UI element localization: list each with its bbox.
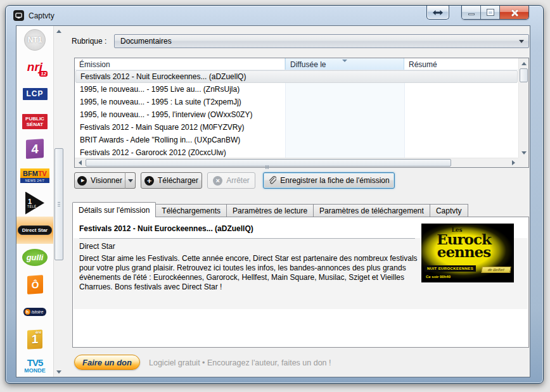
table-horizontal-scrollbar[interactable] bbox=[75, 158, 518, 167]
tv5monde-logo-icon: TV5MONDE bbox=[24, 359, 46, 374]
itele-logo-icon: 1 TÉLÉ bbox=[25, 192, 44, 215]
histoire-logo-icon: h istoire bbox=[23, 308, 47, 316]
rubrique-selected-value: Documentaires bbox=[120, 37, 172, 46]
thumb-banner: NUIT EUROCKEENNES bbox=[425, 265, 476, 272]
table-hscroll-thumb[interactable] bbox=[86, 159, 451, 167]
app-icon bbox=[13, 10, 24, 21]
table-vscroll-thumb[interactable] bbox=[520, 68, 528, 82]
table-row[interactable]: 1995, le nouveau... - 1995, l'interview … bbox=[75, 108, 518, 121]
tab-parametres-lecture[interactable]: Paramètres de lecture bbox=[227, 204, 314, 217]
telecharger-button[interactable]: + Télécharger bbox=[141, 172, 202, 189]
direct-star-logo-icon: Direct Star bbox=[18, 225, 52, 235]
minimize-button[interactable] bbox=[462, 6, 481, 19]
column-header-emission[interactable]: Émission bbox=[75, 58, 285, 70]
tab-details-emission[interactable]: Détails sur l'émission bbox=[72, 202, 156, 217]
table-row[interactable]: 1995, le nouveau... - 1995 : La suite (T… bbox=[75, 96, 518, 108]
window-title: Captvty bbox=[29, 11, 54, 20]
public-senat-logo-icon: PUBLICSÉNAT bbox=[22, 114, 48, 129]
plus-icon: + bbox=[144, 176, 154, 186]
scroll-up-arrow[interactable] bbox=[54, 26, 64, 36]
channel-nt1[interactable]: NT1 bbox=[16, 26, 53, 53]
minimize-icon bbox=[468, 13, 475, 15]
rubrique-label: Rubrique : bbox=[72, 37, 106, 46]
donate-button[interactable]: Faire un don bbox=[74, 355, 140, 370]
titlebar[interactable]: Captvty bbox=[6, 6, 543, 25]
channel-gulli[interactable]: gulli bbox=[16, 244, 53, 271]
close-button[interactable] bbox=[500, 6, 528, 19]
close-icon bbox=[511, 9, 518, 16]
channel-nrj12[interactable]: nrj12 bbox=[16, 53, 53, 80]
la-1ere-logo-icon: 1ère bbox=[27, 329, 42, 349]
emission-table: Émission Diffusée le Résumé Festivals 20… bbox=[74, 58, 529, 168]
table-row[interactable]: 1995, le nouveau... - 1995 Live au... (Z… bbox=[75, 83, 518, 96]
gulli-logo-icon: gulli bbox=[22, 249, 48, 266]
scroll-down-arrow[interactable] bbox=[519, 148, 528, 158]
emission-thumbnail: Les Eurock eennes NUIT EUROCKEENNES Ce s… bbox=[421, 224, 514, 282]
lcp-logo-icon: LCP bbox=[23, 88, 48, 100]
flip-window-button[interactable] bbox=[426, 6, 449, 20]
channel-bfmtv[interactable]: BFMTV NEWS 24/7 bbox=[16, 162, 53, 189]
scrollbar-corner bbox=[518, 158, 528, 167]
maximize-button[interactable] bbox=[481, 6, 500, 19]
channel-direct-star[interactable]: Direct Star bbox=[16, 217, 53, 244]
sidebar-scrollbar[interactable] bbox=[53, 26, 64, 377]
sort-descending-icon bbox=[342, 60, 347, 62]
emission-channel: Direct Star bbox=[79, 242, 115, 251]
scroll-down-arrow[interactable] bbox=[54, 367, 64, 377]
combo-arrow-icon bbox=[519, 40, 524, 43]
channel-histoire[interactable]: h istoire bbox=[16, 298, 53, 326]
scroll-right-arrow[interactable] bbox=[508, 158, 518, 167]
channel-lcp[interactable]: LCP bbox=[16, 80, 53, 108]
thumb-ribbon: de Belfort bbox=[482, 267, 511, 273]
channel-tv5monde[interactable]: TV5MONDE bbox=[16, 353, 53, 380]
chevron-down-icon bbox=[128, 179, 133, 182]
thumb-eennes: eennes bbox=[421, 246, 506, 258]
tab-parametres-telechargement[interactable]: Paramètres de téléchargement bbox=[314, 204, 430, 217]
arreter-button-disabled: × Arrêter bbox=[207, 172, 255, 189]
play-icon: ▶ bbox=[77, 176, 87, 186]
maximize-icon bbox=[487, 9, 494, 15]
table-body: Festivals 2012 - Nuit Eurockeennes... (a… bbox=[75, 70, 518, 158]
double-arrow-icon bbox=[432, 9, 444, 16]
visionner-dropdown-button[interactable] bbox=[125, 172, 136, 189]
france-o-logo-icon: Ô bbox=[27, 275, 43, 294]
table-row[interactable]: BRIT Awards - Adele "Rolling in... (UXpC… bbox=[75, 134, 518, 146]
table-row[interactable]: Festivals 2012 - Main Square 2012 (M0FYZ… bbox=[75, 121, 518, 134]
france4-logo-icon: 4 bbox=[26, 139, 44, 159]
window-content: NT1 nrj12 LCP PUBLICSÉNAT 4 BFMTV N bbox=[16, 25, 530, 377]
footer-text: Logiciel gratuit • Encouragez l'auteur, … bbox=[149, 358, 331, 367]
emission-description: Direct Star aime les Festivals. Cette an… bbox=[79, 254, 425, 292]
sidebar-scrollbar-thumb[interactable] bbox=[54, 148, 63, 260]
channel-list: NT1 nrj12 LCP PUBLICSÉNAT 4 BFMTV N bbox=[16, 26, 53, 380]
channel-itele[interactable]: 1 TÉLÉ bbox=[16, 189, 53, 217]
tab-captvty[interactable]: Captvty bbox=[430, 204, 468, 217]
tab-bar: Détails sur l'émission Téléchargements P… bbox=[72, 202, 468, 217]
table-header: Émission Diffusée le Résumé bbox=[75, 58, 518, 70]
column-header-resume[interactable]: Résumé bbox=[404, 58, 518, 70]
details-panel: Festivals 2012 - Nuit Eurockeennes... (a… bbox=[72, 217, 529, 348]
scroll-up-arrow[interactable] bbox=[519, 58, 528, 68]
stop-icon: × bbox=[213, 176, 222, 186]
channel-france4[interactable]: 4 bbox=[16, 135, 53, 162]
main-area: Rubrique : Documentaires Émission Diffus… bbox=[65, 26, 530, 377]
paperclip-icon bbox=[268, 176, 276, 185]
rubrique-select[interactable]: Documentaires bbox=[114, 34, 529, 48]
enregistrer-fiche-button[interactable]: Enregistrer la fiche de l'émission bbox=[263, 172, 395, 189]
nt1-logo-icon: NT1 bbox=[24, 29, 46, 51]
table-row[interactable]: Festivals 2012 - Nuit Eurockeennes... (a… bbox=[75, 70, 518, 83]
title-separator bbox=[79, 238, 415, 239]
scroll-left-arrow[interactable] bbox=[75, 158, 85, 167]
nrj12-logo-icon: nrj12 bbox=[27, 60, 42, 74]
tab-telechargements[interactable]: Téléchargements bbox=[156, 204, 227, 217]
thumb-subtitle: Ce soir 00h40 bbox=[426, 275, 451, 279]
channel-france-o[interactable]: Ô bbox=[16, 271, 53, 298]
app-window: Captvty NT1 nrj12 LCP PU bbox=[5, 5, 544, 384]
column-header-diffusee[interactable]: Diffusée le bbox=[285, 58, 404, 70]
channel-public-senat[interactable]: PUBLICSÉNAT bbox=[16, 108, 53, 135]
visionner-button[interactable]: ▶ Visionner bbox=[74, 172, 125, 189]
window-controls bbox=[461, 6, 529, 20]
emission-title: Festivals 2012 - Nuit Eurockeennes... (a… bbox=[79, 224, 253, 233]
channel-la-1ere[interactable]: 1ère bbox=[16, 326, 53, 353]
table-row[interactable]: Festivals 2012 - Garorock 2012 (Z0cxcUlw… bbox=[75, 146, 518, 158]
table-vertical-scrollbar[interactable] bbox=[518, 58, 528, 158]
